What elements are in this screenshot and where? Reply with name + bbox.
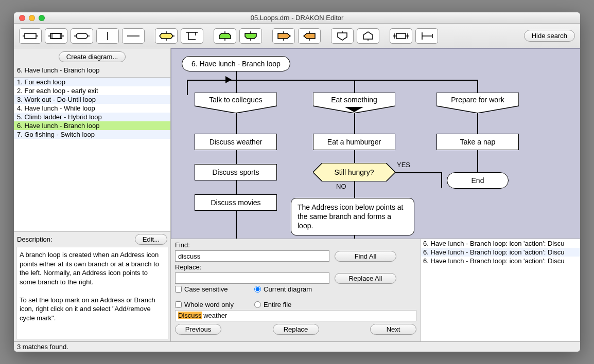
tool-select-icon[interactable] bbox=[181, 28, 203, 44]
result-row[interactable]: 6. Have lunch - Branch loop: icon 'actio… bbox=[421, 239, 580, 248]
edit-description-button[interactable]: Edit... bbox=[135, 234, 167, 245]
result-row[interactable]: 6. Have lunch - Branch loop: icon 'actio… bbox=[421, 257, 580, 265]
tool-params-icon[interactable] bbox=[390, 28, 412, 44]
minimize-icon[interactable] bbox=[29, 15, 35, 21]
tool-question-icon[interactable] bbox=[155, 28, 178, 44]
diagram-canvas[interactable]: 6. Have lunch - Branch loop Talk to coll… bbox=[171, 48, 580, 239]
branch-shape: Talk to collegues bbox=[195, 93, 277, 113]
svg-rect-7 bbox=[76, 33, 88, 39]
list-item[interactable]: 1. For each loop bbox=[14, 78, 170, 86]
next-button[interactable]: Next bbox=[370, 324, 416, 335]
list-item[interactable]: 5. Climb ladder - Hybrid loop bbox=[14, 113, 170, 121]
list-item[interactable]: 4. Have lunch - While loop bbox=[14, 104, 170, 113]
case-sensitive-checkbox[interactable] bbox=[175, 286, 182, 293]
svg-marker-31 bbox=[363, 32, 373, 39]
tool-branch-icon[interactable] bbox=[331, 28, 354, 44]
diagram-list[interactable]: 1. For each loop2. For each loop - early… bbox=[14, 77, 170, 232]
tool-timer-icon[interactable] bbox=[415, 28, 438, 44]
replace-label: Replace: bbox=[175, 263, 416, 271]
results-list[interactable]: 6. Have lunch - Branch loop: icon 'actio… bbox=[421, 239, 580, 341]
action-shape[interactable]: Discuss weather bbox=[195, 134, 277, 150]
svg-marker-20 bbox=[245, 33, 256, 39]
match-preview: Discuss weather bbox=[175, 310, 416, 321]
svg-marker-23 bbox=[278, 33, 290, 39]
list-item[interactable]: 7. Go fishing - Switch loop bbox=[14, 130, 170, 139]
result-row[interactable]: 6. Have lunch - Branch loop: icon 'actio… bbox=[421, 248, 580, 257]
tool-loopend-icon[interactable] bbox=[239, 28, 262, 44]
tool-address-icon[interactable] bbox=[357, 28, 379, 44]
entire-file-radio[interactable] bbox=[254, 301, 261, 308]
svg-marker-26 bbox=[304, 33, 315, 39]
find-input[interactable] bbox=[175, 250, 329, 262]
yes-label: YES bbox=[397, 161, 410, 169]
question-shape: Still hungry? bbox=[313, 163, 395, 181]
find-panel: Find: Find All Replace: Replace All Case… bbox=[171, 239, 421, 341]
action-shape[interactable]: Discuss movies bbox=[195, 194, 277, 211]
tool-input-icon[interactable] bbox=[298, 28, 321, 44]
description-label: Description: bbox=[17, 235, 53, 243]
tool-output-icon[interactable] bbox=[272, 28, 295, 44]
svg-marker-12 bbox=[160, 33, 173, 39]
replace-button[interactable]: Replace bbox=[273, 324, 319, 335]
diagram-header[interactable]: 6. Have lunch - Branch loop bbox=[182, 56, 290, 71]
close-icon[interactable] bbox=[19, 15, 25, 21]
list-item[interactable]: 3. Work out - Do-Until loop bbox=[14, 95, 170, 104]
previous-button[interactable]: Previous bbox=[175, 324, 221, 335]
find-label: Find: bbox=[175, 241, 416, 249]
action-shape[interactable]: Discuss sports bbox=[195, 164, 277, 180]
app-window: 05.Loops.drn - DRAKON Editor Hide search… bbox=[14, 12, 580, 352]
tool-shelf-icon[interactable] bbox=[71, 28, 93, 44]
hide-search-button[interactable]: Hide search bbox=[524, 30, 575, 42]
zoom-icon[interactable] bbox=[39, 15, 45, 21]
action-shape[interactable]: Eat a humburger bbox=[313, 134, 395, 150]
find-all-button[interactable]: Find All bbox=[335, 251, 396, 262]
no-label: NO bbox=[336, 183, 346, 190]
replace-input[interactable] bbox=[175, 272, 329, 284]
status-bar: 3 matches found. bbox=[14, 341, 580, 352]
svg-rect-33 bbox=[396, 33, 406, 39]
tool-vertical-icon[interactable] bbox=[96, 28, 119, 44]
tool-horizontal-icon[interactable] bbox=[122, 28, 145, 44]
create-diagram-button[interactable]: Create diagram... bbox=[59, 51, 126, 62]
svg-marker-17 bbox=[219, 33, 231, 39]
replace-all-button[interactable]: Replace All bbox=[335, 273, 396, 284]
whole-word-checkbox[interactable] bbox=[175, 301, 182, 308]
toolbar: Hide search bbox=[14, 24, 580, 48]
svg-rect-0 bbox=[25, 33, 36, 39]
end-shape[interactable]: End bbox=[447, 172, 509, 189]
window-title: 05.Loops.drn - DRAKON Editor bbox=[14, 14, 580, 22]
description-text: A branch loop is created when an Address… bbox=[16, 247, 168, 339]
tool-action-icon[interactable] bbox=[19, 28, 42, 44]
tool-loopstart-icon[interactable] bbox=[214, 28, 236, 44]
tool-insert-icon[interactable] bbox=[45, 28, 67, 44]
current-diagram-radio[interactable] bbox=[254, 286, 261, 293]
titlebar: 05.Loops.drn - DRAKON Editor bbox=[14, 12, 580, 24]
sidebar: Create diagram... 1. For each loop2. For… bbox=[14, 48, 171, 341]
list-item[interactable]: 2. For each loop - early exit bbox=[14, 86, 170, 95]
svg-marker-29 bbox=[338, 33, 347, 40]
branch-shape: Eat something bbox=[313, 93, 395, 113]
branch-shape: Prepare for work bbox=[436, 93, 519, 113]
list-item[interactable]: 6. Have lunch - Branch loop bbox=[14, 121, 170, 130]
comment-shape[interactable]: The Address icon below points at the sam… bbox=[291, 198, 414, 235]
action-shape[interactable]: Take a nap bbox=[436, 134, 519, 150]
diagram-filter-input[interactable] bbox=[17, 65, 167, 75]
